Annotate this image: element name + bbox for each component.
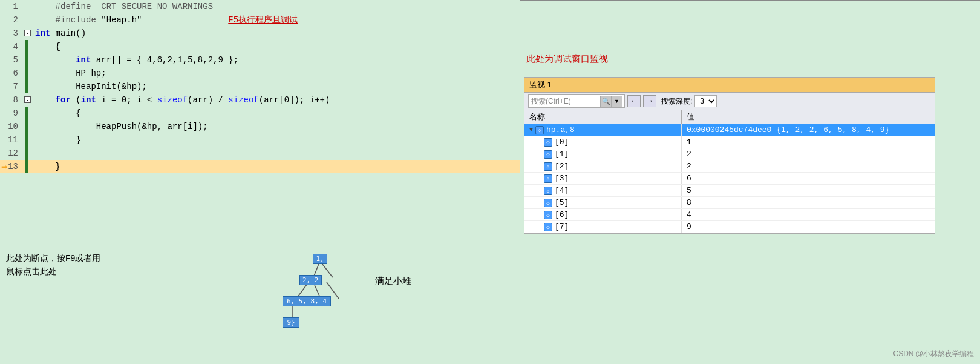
watch-panel: 监视 1 搜索(Ctrl+E) 🔍 ▼ ← → 搜索深度: 3 名称 值 ▼◇h… [524, 77, 935, 234]
code-text-9: { [32, 107, 520, 120]
row-name-6: [5] [555, 198, 569, 207]
row-value-0: 0x00000245dc74dee0 {1, 2, 2, 6, 5, 8, 4,… [682, 124, 935, 136]
line-number-8: 8 [0, 93, 24, 107]
code-line-5: 5 int arr[] = { 4,6,2,1,5,8,2,9 }; [0, 53, 520, 67]
gutter-9 [24, 107, 32, 120]
line-number-10: 10 [0, 120, 24, 133]
row-name-8: [7] [555, 222, 569, 231]
dropdown-icon[interactable]: ▼ [611, 96, 622, 107]
code-line-4: 4 { [0, 40, 520, 53]
watch-row-4[interactable]: ◇[3]6 [524, 173, 935, 185]
csdn-label: CSDN @小林熬夜学编程 [893, 349, 974, 359]
code-text-3: int main() [32, 27, 520, 40]
expand-arrow-0[interactable]: ▼ [529, 127, 533, 133]
cube-icon-5: ◇ [544, 187, 552, 195]
line-number-9: 9 [0, 107, 24, 120]
heap-label: 满足小堆 [375, 276, 411, 287]
row-value-1: 1 [682, 136, 935, 148]
search-placeholder: 搜索(Ctrl+E) [531, 96, 600, 107]
watch-toolbar: 搜索(Ctrl+E) 🔍 ▼ ← → 搜索深度: 3 [524, 93, 935, 110]
gutter-4 [24, 40, 32, 53]
cube-icon-3: ◇ [544, 162, 552, 171]
line-number-2: 2 [0, 13, 24, 27]
line-number-5: 5 [0, 53, 24, 67]
cube-icon-2: ◇ [544, 150, 552, 159]
code-text-8: for (int i = 0; i < sizeof(arr) / sizeof… [32, 93, 520, 107]
row-value-2: 2 [682, 148, 935, 160]
code-line-13: ➡ 13 } [0, 160, 520, 173]
gutter-7 [24, 80, 32, 93]
watch-row-3[interactable]: ◇[2]2 [524, 160, 935, 173]
search-icon[interactable]: 🔍 [600, 96, 611, 107]
line-number-3: 3 [0, 27, 24, 40]
depth-label: 搜索深度: [661, 96, 692, 107]
gutter-12 [24, 147, 32, 160]
cube-icon-4: ◇ [544, 174, 552, 183]
col-name-header: 名称 [524, 110, 682, 124]
row-value-5: 5 [682, 185, 935, 196]
code-text-2: #include "Heap.h" F5执行程序且调试 [32, 13, 520, 27]
row-name-3: [2] [555, 162, 569, 171]
line-number-1: 1 [0, 0, 24, 13]
code-line-2: 2 #include "Heap.h" F5执行程序且调试 [0, 13, 520, 27]
cube-icon-8: ◇ [544, 223, 552, 231]
cube-icon-1: ◇ [544, 138, 552, 147]
code-line-10: 10 HeapPush(&hp, arr[i]); [0, 120, 520, 133]
line-number-6: 6 [0, 67, 24, 80]
watch-columns: 名称 值 [524, 110, 935, 124]
depth-select[interactable]: 3 [694, 95, 717, 107]
gutter-1 [24, 0, 32, 13]
code-line-8: 8 - for (int i = 0; i < sizeof(arr) / si… [0, 93, 520, 107]
code-text-12 [32, 147, 520, 160]
watch-title: 监视 1 [524, 78, 935, 93]
gutter-2 [24, 13, 32, 27]
gutter-8: - [24, 93, 32, 107]
row-value-3: 2 [682, 160, 935, 172]
code-text-1: #define _CRT_SECURE_NO_WARNINGS [32, 0, 520, 13]
watch-row-5[interactable]: ◇[4]5 [524, 185, 935, 197]
fold-3[interactable]: - [24, 30, 31, 36]
code-line-3: 3 - int main() [0, 27, 520, 40]
gutter-6 [24, 67, 32, 80]
breakpoint-hint: 此处为断点，按F9或者用 鼠标点击此处 [6, 251, 100, 278]
line-number-12: 12 [0, 147, 24, 160]
code-line-7: 7 HeapInit(&hp); [0, 80, 520, 93]
code-line-9: 9 { [0, 107, 520, 120]
watch-row-0[interactable]: ▼◇hp.a,80x00000245dc74dee0 {1, 2, 2, 6, … [524, 124, 935, 136]
code-line-6: 6 HP hp; [0, 67, 520, 80]
nav-forward-btn[interactable]: → [643, 95, 656, 107]
gutter-13 [24, 160, 32, 173]
watch-row-6[interactable]: ◇[5]8 [524, 197, 935, 209]
watch-row-8[interactable]: ◇[7]9 [524, 221, 935, 233]
row-value-6: 8 [682, 197, 935, 208]
gutter-10 [24, 120, 32, 133]
row-name-1: [0] [555, 137, 569, 147]
watch-hint-label: 此处为调试窗口监视 [526, 53, 608, 65]
code-text-13: } [32, 160, 520, 173]
watch-row-1[interactable]: ◇[0]1 [524, 136, 935, 148]
tree-node-l2: 6, 5, 8, 4 [283, 296, 331, 306]
code-table: 1 #define _CRT_SECURE_NO_WARNINGS 2 #inc… [0, 0, 520, 173]
row-name-0: hp.a,8 [546, 125, 575, 134]
row-name-7: [6] [555, 210, 569, 219]
watch-row-7[interactable]: ◇[6]4 [524, 209, 935, 221]
bp-arrow-icon: ➡ [1, 161, 8, 174]
row-name-2: [1] [555, 150, 569, 159]
gutter-3: - [24, 27, 32, 40]
code-line-11: 11 } [0, 133, 520, 147]
breakpoint-hint-line1: 此处为断点，按F9或者用 [6, 251, 100, 265]
line-number-11: 11 [0, 133, 24, 147]
code-editor: 1 #define _CRT_SECURE_NO_WARNINGS 2 #inc… [0, 0, 520, 242]
cube-icon-7: ◇ [544, 211, 552, 219]
search-box[interactable]: 搜索(Ctrl+E) 🔍 ▼ [528, 94, 625, 108]
row-value-7: 4 [682, 209, 935, 220]
watch-row-2[interactable]: ◇[1]2 [524, 148, 935, 160]
gutter-5 [24, 53, 32, 67]
code-text-4: { [32, 40, 520, 53]
cube-icon-6: ◇ [544, 199, 552, 207]
nav-back-btn[interactable]: ← [627, 95, 641, 107]
code-text-6: HP hp; [32, 67, 520, 80]
fold-8[interactable]: - [24, 96, 31, 103]
row-value-8: 9 [682, 221, 935, 233]
breakpoint-hint-line2: 鼠标点击此处 [6, 265, 100, 278]
